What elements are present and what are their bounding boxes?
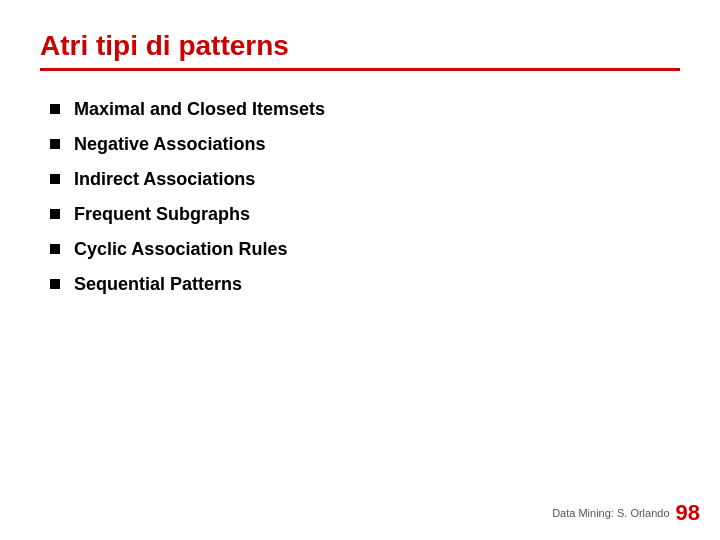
- bullet-icon-1: [50, 139, 60, 149]
- footer-page: 98: [676, 500, 700, 526]
- bullet-icon-0: [50, 104, 60, 114]
- bullet-item-4: Cyclic Association Rules: [50, 239, 680, 260]
- bullet-icon-3: [50, 209, 60, 219]
- bullet-text-1: Negative Associations: [74, 134, 265, 155]
- bullet-text-4: Cyclic Association Rules: [74, 239, 287, 260]
- footer: Data Mining: S. Orlando 98: [552, 500, 700, 526]
- bullet-text-3: Frequent Subgraphs: [74, 204, 250, 225]
- bullet-icon-4: [50, 244, 60, 254]
- title-divider: [40, 68, 680, 71]
- bullet-item-0: Maximal and Closed Itemsets: [50, 99, 680, 120]
- bullet-text-2: Indirect Associations: [74, 169, 255, 190]
- bullet-icon-5: [50, 279, 60, 289]
- bullet-item-2: Indirect Associations: [50, 169, 680, 190]
- slide: Atri tipi di patterns Maximal and Closed…: [0, 0, 720, 540]
- bullet-icon-2: [50, 174, 60, 184]
- bullet-item-3: Frequent Subgraphs: [50, 204, 680, 225]
- bullet-text-5: Sequential Patterns: [74, 274, 242, 295]
- bullet-item-1: Negative Associations: [50, 134, 680, 155]
- title-area: Atri tipi di patterns: [40, 30, 680, 71]
- bullet-list: Maximal and Closed ItemsetsNegative Asso…: [40, 99, 680, 295]
- footer-label: Data Mining: S. Orlando: [552, 507, 669, 519]
- slide-title: Atri tipi di patterns: [40, 30, 680, 62]
- bullet-text-0: Maximal and Closed Itemsets: [74, 99, 325, 120]
- bullet-item-5: Sequential Patterns: [50, 274, 680, 295]
